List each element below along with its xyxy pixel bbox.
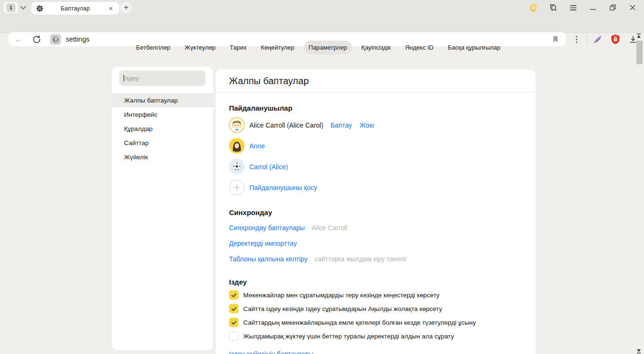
tab-downloads[interactable]: Жүктеулер [180,41,221,54]
checkbox-prefetch[interactable] [229,331,238,341]
user-row-anne: Anne [229,138,522,154]
checkbox-row-site-search: Сайтта іздеу кезінде іздеу сұратымдарын … [229,304,522,313]
avatar-anne[interactable] [229,138,245,154]
search-input[interactable] [124,75,195,82]
checkbox-label: Жылдамырақ жүктеу үшін беттер туралы дер… [243,333,454,340]
sidebar-item-tools[interactable]: Құралдар [112,121,213,136]
settings-sidebar: Жалпы баптаулар Интерфейс Құралдар Сайтт… [112,67,213,350]
tab-history[interactable]: Тарих [225,41,252,54]
sidebar-item-sites[interactable]: Сайттар [112,136,213,150]
tab-settings[interactable]: Параметрлер [304,41,352,54]
sidebar-item-system[interactable]: Жүйелік [112,150,213,164]
avatar-alice[interactable] [229,117,245,133]
restore-window-icon[interactable] [608,3,618,12]
sync-heading: Синхрондау [229,208,522,216]
tab-yandex-id[interactable]: Яндекс ID [400,41,438,54]
checkbox-label: Сайтта іздеу кезінде іздеу сұратымдарын … [243,305,442,312]
users-heading: Пайдаланушылар [229,104,522,112]
add-user-label[interactable]: Пайдаланушыны қосу [249,184,317,191]
user-remove-link[interactable]: Жою [360,121,374,129]
sync-settings-row: Синхрондау баптаулары Alice Carroll [229,224,522,232]
sidebar-search[interactable] [119,70,205,86]
user-row-carrol: Carrol (Alice) [229,159,522,174]
add-user-icon[interactable] [229,180,245,195]
user-configure-link[interactable]: Баптау [330,121,352,129]
gear-icon [36,5,44,12]
checkbox-label: Мекенжайлар мен сұратымдарды теру кезінд… [243,292,440,299]
checkbox-typo-fix[interactable] [229,318,238,327]
search-heading: Іздеу [229,278,522,286]
restore-tableau-link[interactable]: Таблоны қалпына келтіру [229,255,308,263]
checkbox-row-prefetch: Жылдамырақ жүктеу үшін беттер туралы дер… [229,331,522,341]
checkbox-suggestions[interactable] [229,290,238,300]
sync-account-note: Alice Carroll [312,224,347,232]
scroll-down-icon[interactable] [635,347,642,353]
tab-security[interactable]: Қауіпсіздік [357,41,396,54]
tab-count: 1 [6,3,16,12]
scroll-up-icon[interactable] [635,32,642,38]
tab-other-devices[interactable]: Басқа құрылғылар [443,41,505,54]
import-data-link[interactable]: Деректерді импорттау [229,240,297,247]
restore-tableau-row: Таблоны қалпына келтіру сайттарға жылдам… [229,255,522,263]
settings-nav: Бетбелгілер Жүктеулер Тарих Кеңейтулер П… [0,41,636,54]
new-tab-button[interactable]: + [120,2,132,14]
scrollbar-thumb[interactable] [636,41,643,64]
checkbox-row-typo-fix: Сайттардың мекенжайларында емле қателері… [229,318,522,327]
tab-strip: 1 Баптаулар × + [0,0,644,15]
add-user-row[interactable]: Пайдаланушыны қосу [229,180,522,195]
profile-avatar[interactable] [529,3,538,12]
checkbox-site-search[interactable] [229,304,238,313]
tab-counter-button[interactable]: 1 [4,2,18,13]
chevron-down-icon[interactable] [19,4,27,11]
user-name-carrol[interactable]: Carrol (Alice) [249,163,288,171]
user-name-anne[interactable]: Anne [249,142,265,150]
side-panel-icon[interactable] [548,3,558,12]
sidebar-item-interface[interactable]: Интерфейс [112,107,213,121]
sidebar-item-general[interactable]: Жалпы баптаулар [112,93,213,107]
avatar-carrol[interactable] [229,159,245,174]
user-row-current: Alice Carroll (Alice Carol) Баптау Жою [229,117,522,133]
import-data-row: Деректерді импорттау [229,239,522,248]
user-name-current: Alice Carroll (Alice Carol) [249,121,323,129]
close-window-icon[interactable] [628,3,637,12]
sync-settings-link[interactable]: Синхрондау баптаулары [229,224,305,232]
tableau-note: сайттарға жылдам кіру панелі [314,255,406,263]
tab-bookmarks[interactable]: Бетбелгілер [131,41,175,54]
checkbox-label: Сайттардың мекенжайларында емле қателері… [243,319,476,326]
tab-title: Баптаулар [44,5,107,12]
search-engine-settings-link[interactable]: Іздеу жүйесінің баптаулары [229,350,314,354]
minimize-window-icon[interactable] [588,3,598,12]
page-title: Жалпы баптаулар [216,69,536,93]
checkbox-row-suggestions: Мекенжайлар мен сұратымдарды теру кезінд… [229,290,522,300]
tab-extensions[interactable]: Кеңейтулер [256,41,299,54]
settings-main-panel: Жалпы баптаулар Пайдаланушылар Al [216,69,536,354]
address-bar-row: ← settings [0,15,644,33]
browser-tab-settings[interactable]: Баптаулар × [31,2,119,15]
close-tab-icon[interactable]: × [107,5,115,12]
menu-icon[interactable] [568,3,578,12]
